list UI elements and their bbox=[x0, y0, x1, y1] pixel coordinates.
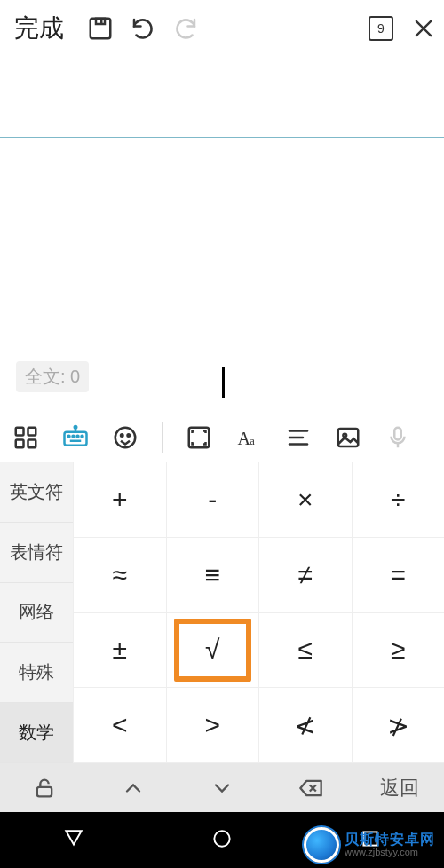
svg-rect-30 bbox=[37, 786, 52, 796]
category-emoji-symbols[interactable]: 表情符 bbox=[0, 523, 73, 583]
sym-greater-than[interactable]: > bbox=[166, 688, 259, 763]
emoji-icon[interactable] bbox=[108, 421, 142, 454]
done-button[interactable]: 完成 bbox=[7, 8, 71, 49]
sym-leq[interactable]: ≤ bbox=[258, 613, 352, 689]
category-english-symbols[interactable]: 英文符 bbox=[0, 462, 73, 523]
nav-home-icon[interactable] bbox=[210, 827, 234, 854]
svg-point-11 bbox=[75, 425, 77, 428]
keyboard-icon[interactable] bbox=[59, 421, 92, 454]
align-icon[interactable] bbox=[281, 421, 315, 454]
svg-rect-28 bbox=[394, 427, 401, 439]
close-button[interactable] bbox=[410, 15, 437, 42]
symbol-keyboard: 英文符 表情符 网络 特殊 数学 + - × ÷ ≈ ≡ ≠ = ± √ ≤ ≥… bbox=[0, 462, 444, 763]
editor-format-toolbar: Aa bbox=[0, 413, 444, 462]
svg-rect-7 bbox=[16, 439, 24, 447]
symbol-grid: + - × ÷ ≈ ≡ ≠ = ± √ ≤ ≥ < > ≮ ≯ bbox=[73, 462, 444, 763]
sym-equal[interactable]: = bbox=[352, 538, 445, 613]
backspace-icon[interactable] bbox=[266, 776, 355, 801]
svg-point-34 bbox=[214, 831, 229, 846]
sym-not-less[interactable]: ≮ bbox=[258, 688, 352, 763]
svg-text:a: a bbox=[250, 434, 255, 446]
svg-point-14 bbox=[77, 435, 79, 437]
title-input-area[interactable] bbox=[0, 57, 444, 137]
svg-text:A: A bbox=[238, 428, 251, 447]
watermark-brand: 贝斯特安卓网 bbox=[345, 832, 435, 848]
svg-point-19 bbox=[128, 434, 131, 437]
fullscreen-icon[interactable] bbox=[182, 421, 216, 454]
svg-rect-6 bbox=[28, 427, 36, 435]
page-indicator[interactable]: 9 bbox=[368, 15, 394, 42]
chevron-down-icon[interactable] bbox=[178, 776, 266, 801]
sym-geq[interactable]: ≥ bbox=[352, 613, 445, 689]
sym-not-greater[interactable]: ≯ bbox=[352, 688, 445, 763]
sym-minus[interactable]: - bbox=[166, 462, 259, 538]
save-icon[interactable] bbox=[87, 15, 114, 42]
grid-apps-icon[interactable] bbox=[9, 421, 43, 454]
category-column: 英文符 表情符 网络 特殊 数学 bbox=[0, 462, 73, 763]
category-special[interactable]: 特殊 bbox=[0, 643, 73, 703]
category-network[interactable]: 网络 bbox=[0, 583, 73, 643]
sym-identical[interactable]: ≡ bbox=[166, 538, 259, 613]
lock-toggle-icon[interactable] bbox=[0, 776, 89, 801]
watermark-text: 贝斯特安卓网 www.zjbstyy.com bbox=[345, 832, 435, 857]
sym-plus-minus[interactable]: ± bbox=[73, 613, 166, 689]
sym-plus[interactable]: + bbox=[73, 462, 166, 538]
watermark-url: www.zjbstyy.com bbox=[345, 848, 435, 858]
sym-less-than[interactable]: < bbox=[73, 688, 166, 763]
page-number-badge: 9 bbox=[369, 16, 393, 41]
top-toolbar: 完成 9 bbox=[0, 0, 444, 57]
mic-icon[interactable] bbox=[381, 421, 415, 454]
undo-icon[interactable] bbox=[130, 15, 156, 42]
svg-point-12 bbox=[68, 435, 70, 437]
nav-back-icon[interactable] bbox=[62, 827, 85, 854]
chevron-up-icon[interactable] bbox=[89, 776, 178, 801]
svg-rect-5 bbox=[16, 427, 24, 435]
sym-multiply[interactable]: × bbox=[258, 462, 352, 538]
sym-divide[interactable]: ÷ bbox=[352, 462, 445, 538]
redo-icon bbox=[172, 15, 199, 42]
font-size-icon[interactable]: Aa bbox=[232, 421, 266, 454]
svg-point-13 bbox=[73, 435, 75, 437]
sym-not-equal[interactable]: ≠ bbox=[258, 538, 352, 613]
sym-approx[interactable]: ≈ bbox=[73, 538, 166, 613]
toolbar-separator bbox=[162, 422, 163, 453]
watermark: 贝斯特安卓网 www.zjbstyy.com bbox=[300, 825, 439, 864]
svg-marker-33 bbox=[67, 831, 82, 844]
category-math[interactable]: 数学 bbox=[0, 703, 73, 763]
watermark-logo-icon bbox=[304, 827, 339, 863]
svg-rect-8 bbox=[28, 439, 36, 447]
ime-bottom-row: 返回 bbox=[0, 763, 444, 812]
svg-point-18 bbox=[121, 434, 123, 437]
image-icon[interactable] bbox=[331, 421, 365, 454]
svg-rect-26 bbox=[338, 429, 359, 446]
sym-sqrt[interactable]: √ bbox=[166, 613, 259, 689]
ime-back-button[interactable]: 返回 bbox=[355, 775, 444, 801]
svg-point-15 bbox=[82, 435, 83, 437]
text-caret bbox=[222, 367, 225, 398]
svg-rect-9 bbox=[65, 431, 87, 445]
word-count-chip: 全文: 0 bbox=[16, 361, 89, 392]
